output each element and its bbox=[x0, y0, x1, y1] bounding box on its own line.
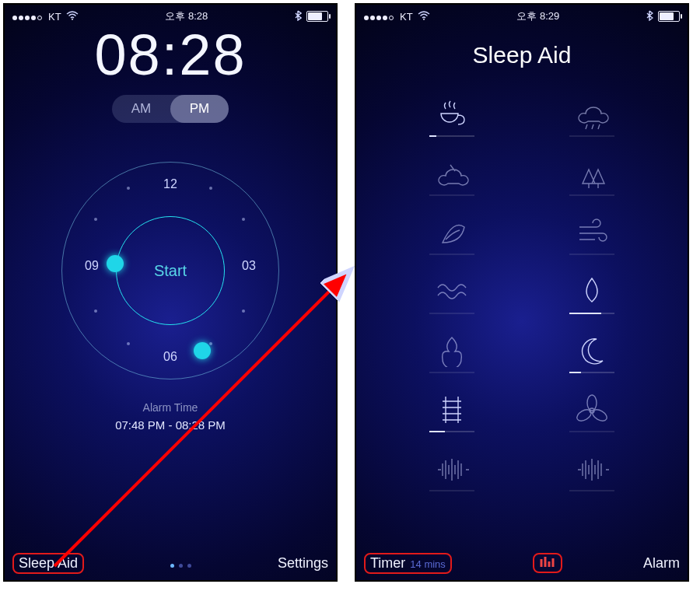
volume-bar[interactable] bbox=[429, 313, 474, 314]
wifi-icon bbox=[66, 11, 79, 23]
bottom-bar: Sleep Aid Settings bbox=[5, 553, 336, 574]
moon-icon bbox=[572, 334, 611, 367]
dial-label-06: 06 bbox=[159, 350, 182, 364]
wifi-icon bbox=[418, 11, 430, 23]
bottom-bar: Timer14 mins Alarm bbox=[356, 553, 688, 574]
alarm-time-label: Alarm Time bbox=[5, 401, 336, 414]
sound-fire[interactable] bbox=[425, 334, 479, 373]
sound-forest[interactable] bbox=[565, 157, 619, 196]
sound-fan[interactable] bbox=[565, 393, 619, 432]
sound-rain[interactable] bbox=[565, 98, 619, 137]
alarm-button[interactable]: Alarm bbox=[643, 555, 680, 572]
sound-leaf[interactable] bbox=[425, 216, 479, 255]
alarm-screen: KT 오후 8:28 08:28 AM PM Start 12 03 06 09 bbox=[3, 3, 338, 582]
equalizer-button[interactable] bbox=[533, 553, 562, 573]
sound-coffee[interactable] bbox=[425, 98, 479, 137]
volume-bar[interactable] bbox=[569, 490, 614, 491]
alarm-time-range: 07:48 PM - 08:28 PM bbox=[5, 418, 336, 432]
volume-bar[interactable] bbox=[569, 254, 614, 255]
volume-bar[interactable] bbox=[569, 135, 614, 137]
volume-bar[interactable] bbox=[429, 490, 474, 491]
sound-white-noise[interactable] bbox=[425, 453, 479, 491]
time-dial[interactable]: Start 12 03 06 09 bbox=[61, 162, 279, 379]
status-time: 오후 8:29 bbox=[516, 9, 559, 23]
rain-icon bbox=[572, 98, 611, 131]
white-noise-icon bbox=[432, 453, 471, 485]
sound-rail[interactable] bbox=[425, 393, 479, 432]
volume-bar[interactable] bbox=[429, 431, 474, 432]
drop-icon bbox=[572, 275, 611, 308]
pm-option[interactable]: PM bbox=[170, 95, 229, 123]
carrier-label: KT bbox=[400, 11, 413, 23]
dial-label-03: 03 bbox=[237, 259, 261, 273]
forest-icon bbox=[572, 157, 611, 190]
cloud-icon bbox=[432, 157, 471, 190]
fire-icon bbox=[432, 334, 471, 367]
signal-dots-icon bbox=[364, 11, 395, 23]
alarm-time-display: 08:28 bbox=[5, 26, 336, 84]
am-option[interactable]: AM bbox=[112, 95, 170, 123]
sleep-aid-screen: KT 오후 8:29 Sleep Aid Timer14 mins bbox=[355, 3, 689, 582]
battery-icon bbox=[658, 11, 680, 22]
svg-point-0 bbox=[72, 18, 73, 19]
status-time: 오후 8:28 bbox=[165, 9, 208, 23]
sound-pink-noise[interactable] bbox=[565, 453, 619, 491]
wind-icon bbox=[572, 216, 611, 249]
waves-icon bbox=[432, 275, 471, 308]
start-button[interactable]: Start bbox=[116, 216, 225, 325]
settings-button[interactable]: Settings bbox=[278, 555, 328, 572]
sleep-aid-button[interactable]: Sleep Aid bbox=[12, 553, 84, 574]
fan-icon bbox=[572, 393, 611, 426]
equalizer-icon bbox=[539, 555, 556, 568]
sound-wind[interactable] bbox=[565, 216, 619, 255]
sound-drop[interactable] bbox=[565, 275, 619, 314]
carrier-label: KT bbox=[48, 11, 61, 23]
dial-label-09: 09 bbox=[80, 259, 103, 273]
volume-bar[interactable] bbox=[569, 431, 614, 432]
bluetooth-icon bbox=[295, 10, 302, 23]
volume-bar[interactable] bbox=[569, 372, 614, 373]
sound-cloud[interactable] bbox=[425, 157, 479, 196]
svg-point-1 bbox=[423, 18, 425, 19]
volume-bar[interactable] bbox=[429, 254, 474, 255]
page-title: Sleep Aid bbox=[356, 42, 688, 68]
sound-waves[interactable] bbox=[425, 275, 479, 314]
volume-bar[interactable] bbox=[569, 313, 614, 314]
bluetooth-icon bbox=[646, 10, 653, 23]
ampm-toggle[interactable]: AM PM bbox=[112, 95, 229, 123]
sound-moon[interactable] bbox=[565, 334, 619, 373]
timer-value: 14 mins bbox=[410, 558, 446, 570]
page-indicator bbox=[84, 555, 278, 572]
dial-label-12: 12 bbox=[159, 177, 182, 191]
volume-bar[interactable] bbox=[429, 135, 474, 137]
timer-button[interactable]: Timer14 mins bbox=[364, 553, 452, 574]
dial-handle-end[interactable] bbox=[194, 342, 211, 359]
battery-icon bbox=[306, 11, 328, 22]
pink-noise-icon bbox=[572, 453, 611, 485]
sound-grid bbox=[405, 98, 639, 491]
signal-dots-icon bbox=[12, 11, 44, 23]
volume-bar[interactable] bbox=[429, 372, 474, 373]
volume-bar[interactable] bbox=[569, 194, 614, 196]
volume-bar[interactable] bbox=[429, 194, 474, 196]
status-bar: KT 오후 8:29 bbox=[356, 5, 688, 25]
leaf-icon bbox=[432, 216, 471, 249]
coffee-icon bbox=[432, 98, 471, 131]
dial-handle-start[interactable] bbox=[107, 255, 124, 272]
rail-icon bbox=[432, 393, 471, 426]
